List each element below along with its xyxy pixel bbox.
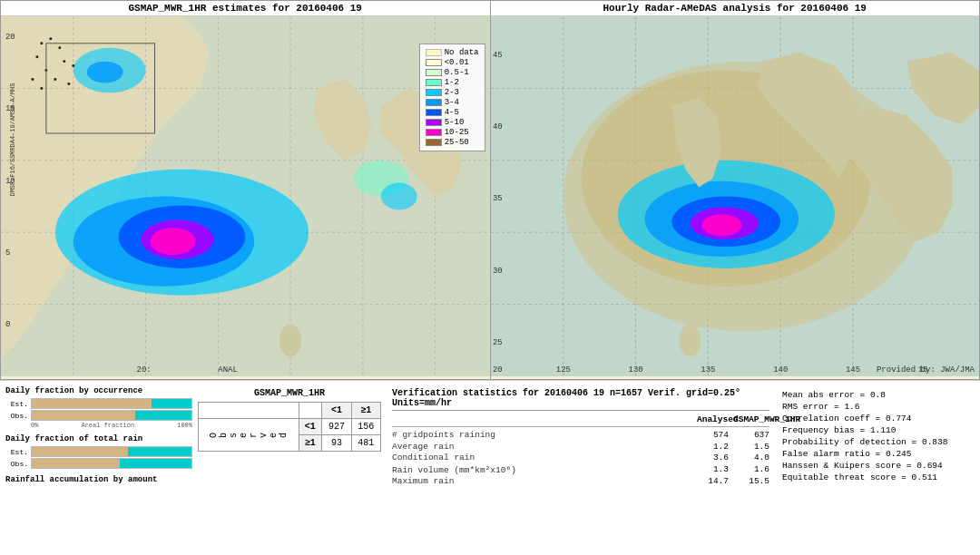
stats-row-3: Rain volume (mm*km²x10⁶) 1.3 1.6 [392, 464, 769, 475]
svg-point-30 [40, 87, 43, 90]
contingency-row-lt1: <1 [299, 419, 322, 435]
est-occurrence-cyan [152, 399, 191, 408]
right-map-attribution: Provided by: JWA/JMA [877, 365, 975, 375]
contingency-val-lt1-lt1: 927 [322, 419, 351, 435]
est-occurrence-bar [31, 398, 192, 409]
legend-lt001-label: <0.01 [445, 58, 469, 67]
occurrence-chart-title: Daily fraction by occurrence [5, 386, 192, 395]
svg-text:140: 140 [773, 365, 788, 375]
stats-name-1: Average rain [392, 442, 697, 452]
svg-text:ANAL: ANAL [218, 365, 238, 375]
stats-title: Verification statistics for 20160406 19 … [392, 388, 769, 411]
est-rain-tan [32, 447, 128, 456]
left-map-panel: GSMAP_MWR_1HR estimates for 20160406 19 [0, 0, 490, 380]
est-rain-label: Est. [5, 448, 28, 456]
svg-point-23 [35, 55, 38, 58]
right-map-content: 45 40 35 30 25 20 125 130 135 140 145 15… [491, 16, 980, 376]
accumulation-label: Rainfall accumulation by amount [5, 475, 192, 484]
stats-val-analysed-2: 3.6 [697, 453, 733, 462]
svg-text:45: 45 [492, 51, 502, 60]
svg-point-28 [54, 78, 56, 81]
obs-rain-tan [32, 459, 120, 468]
contingency-val-lt1-ge1: 156 [351, 419, 380, 435]
stats-panel: Verification statistics for 20160406 19 … [385, 385, 777, 551]
obs-rain-label: Obs. [5, 460, 28, 468]
stats-name-3: Rain volume (mm*km²x10⁶) [392, 464, 697, 475]
contingency-observed-label: Observed [199, 419, 299, 452]
stats-row-4: Maximum rain 14.7 15.5 [392, 476, 769, 486]
right-map-svg: 45 40 35 30 25 20 125 130 135 140 145 15 [491, 16, 980, 376]
right-map-panel: Hourly Radar-AMeDAS analysis for 2016040… [490, 0, 981, 380]
charts-panel: Daily fraction by occurrence Est. Obs. [4, 385, 194, 551]
hanssen-kuipers: Hanssen & Kuipers score = 0.694 [782, 461, 971, 471]
stats-col-header-gsmap: GSMAP_MWR_1HR [733, 414, 769, 424]
legend-5-10-label: 5-10 [445, 118, 465, 127]
left-map-title: GSMAP_MWR_1HR estimates for 20160406 19 [1, 1, 490, 16]
stats-row-0: # gridpoints raining 574 637 [392, 430, 769, 440]
svg-point-22 [49, 37, 52, 40]
rms-error: RMS error = 1.6 [782, 402, 971, 412]
stats-val-gsmap-1: 1.5 [733, 442, 769, 452]
contingency-row-ge1: ≥1 [299, 435, 322, 452]
stats-val-gsmap-3: 1.6 [733, 464, 769, 475]
svg-point-31 [72, 64, 74, 67]
stats-val-analysed-4: 14.7 [697, 476, 733, 486]
stats-val-analysed-3: 1.3 [697, 464, 733, 475]
svg-text:20: 20 [492, 365, 502, 375]
svg-text:135: 135 [701, 365, 715, 375]
contingency-empty2 [299, 403, 322, 419]
occurrence-chart: Est. Obs. 0% Areal fraction [5, 397, 192, 429]
svg-text:20: 20 [5, 33, 15, 42]
maps-section: GSMAP_MWR_1HR estimates for 20160406 19 [0, 0, 980, 381]
legend-1-2-label: 1-2 [445, 78, 459, 87]
stats-val-analysed-0: 574 [697, 430, 733, 440]
prob-detection: Probability of detection = 0.838 [782, 437, 971, 447]
freq-bias: Frequency bias = 1.110 [782, 425, 971, 435]
legend-lt001: <0.01 [426, 58, 479, 67]
legend-10-25: 10-25 [426, 128, 479, 137]
legend: No data <0.01 0.5-1 1-2 [419, 44, 485, 151]
svg-text:40: 40 [492, 122, 502, 131]
obs-occurrence-label: Obs. [5, 412, 28, 420]
obs-occurrence-row: Obs. [5, 410, 192, 421]
stats-row-1: Average rain 1.2 1.5 [392, 442, 769, 452]
legend-25-50: 25-50 [426, 138, 479, 147]
svg-point-20 [381, 183, 417, 210]
contingency-val-ge1-ge1: 481 [351, 435, 380, 452]
svg-point-16 [151, 228, 196, 255]
contingency-col-lt1: <1 [322, 403, 351, 419]
svg-text:25: 25 [492, 338, 502, 347]
false-alarm-ratio: False alarm ratio = 0.245 [782, 449, 971, 459]
stats-name-4: Maximum rain [392, 476, 697, 486]
bottom-section: Daily fraction by occurrence Est. Obs. [0, 381, 980, 555]
svg-point-18 [87, 62, 123, 83]
svg-text:5: 5 [5, 248, 10, 258]
axis-end: 100% [177, 422, 192, 429]
est-occurrence-row: Est. [5, 398, 192, 409]
contingency-panel: GSMAP_MWR_1HR <1 ≥1 Observed <1 927 [194, 385, 385, 551]
svg-point-24 [58, 46, 61, 49]
stats-col-header-name [392, 414, 697, 424]
svg-text:DMSP-F16/SSMRDA4-19/AMSU-A/MHS: DMSP-F16/SSMRDA4-19/AMSU-A/MHS [9, 83, 16, 197]
svg-text:145: 145 [845, 365, 859, 375]
stats-row-2: Conditional rain 3.6 4.0 [392, 453, 769, 462]
svg-point-21 [40, 42, 43, 44]
svg-point-59 [701, 214, 741, 236]
contingency-table: <1 ≥1 Observed <1 927 156 ≥1 93 481 [198, 402, 381, 452]
legend-5-10: 5-10 [426, 118, 479, 127]
stats-val-gsmap-2: 4.0 [733, 453, 769, 462]
correlation-coeff: Correlation coeff = 0.774 [782, 414, 971, 424]
contingency-col-ge1: ≥1 [351, 403, 380, 419]
svg-text:125: 125 [555, 365, 570, 375]
axis-mid: Areal fraction [81, 422, 134, 429]
svg-point-29 [67, 83, 70, 85]
left-map-svg: 20 15 10 5 0 20: ANAL DMSP-F16/SSMRDA4-1… [1, 16, 490, 376]
stats-name-2: Conditional rain [392, 453, 697, 462]
est-rain-cyan [128, 447, 191, 456]
legend-1-2: 1-2 [426, 78, 479, 87]
svg-text:30: 30 [492, 267, 502, 276]
rain-chart-title: Daily fraction of total rain [5, 434, 192, 443]
left-map-content: 20 15 10 5 0 20: ANAL DMSP-F16/SSMRDA4-1… [1, 16, 490, 376]
stats-val-analysed-1: 1.2 [697, 442, 733, 452]
legend-4-5: 4-5 [426, 108, 479, 117]
